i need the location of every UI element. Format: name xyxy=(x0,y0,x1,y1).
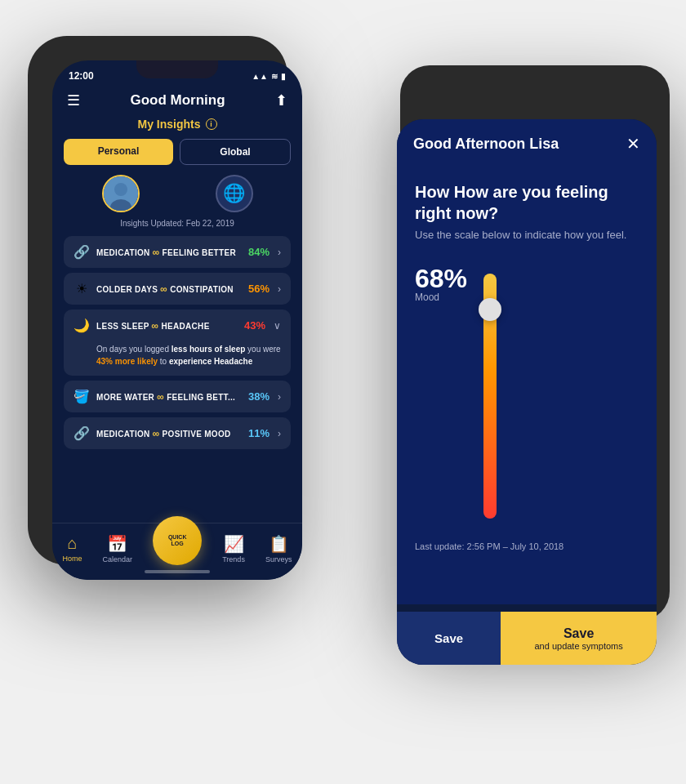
home-icon: ⌂ xyxy=(67,534,77,553)
insights-title: My Insights i xyxy=(64,118,291,131)
surveys-label: Surveys xyxy=(265,555,292,564)
insight-card-positive[interactable]: 🔗 MEDICATION ∞ POSITIVE MOOD 11% › xyxy=(64,417,291,449)
insight-card-sleep[interactable]: 🌙 LESS SLEEP ∞ HEADACHE 43% ∨ On days yo… xyxy=(64,310,291,376)
insight-detail-sleep: On days you logged less hours of sleep y… xyxy=(74,343,281,368)
insight-label-5: MEDICATION ∞ POSITIVE MOOD xyxy=(96,428,242,439)
phone1-status-icons: ▲▲ ≋ ▮ xyxy=(252,72,286,81)
save-button[interactable]: Save xyxy=(397,612,501,665)
signal-icon: ▲▲ xyxy=(252,72,268,81)
personal-avatar[interactable] xyxy=(102,175,140,212)
insight-pct-4: 38% xyxy=(248,390,270,403)
pct-label: Mood xyxy=(415,292,467,303)
insights-section: My Insights i Personal Global xyxy=(52,118,302,449)
global-tab[interactable]: Global xyxy=(180,139,291,165)
insight-card-medication[interactable]: 🔗 MEDICATION ∞ FEELING BETTER 84% › xyxy=(64,236,291,268)
avatars-row: 🌐 xyxy=(64,175,291,212)
thermometer-track xyxy=(483,274,497,519)
medication-icon: 🔗 xyxy=(74,244,90,260)
trends-label: Trends xyxy=(222,555,245,564)
phone2-shell: Good Afternoon Lisa ✕ How How are you fe… xyxy=(400,65,670,621)
home-label: Home xyxy=(63,555,82,563)
calendar-icon: 📅 xyxy=(107,534,127,554)
chevron-down-icon-3: ∨ xyxy=(274,320,281,332)
save-update-sub: and update symptoms xyxy=(534,641,622,651)
phone2-title: Good Afternoon Lisa xyxy=(413,136,559,153)
save-label: Save xyxy=(434,631,463,645)
calendar-label: Calendar xyxy=(103,555,133,564)
info-icon[interactable]: i xyxy=(206,118,217,130)
save-update-button[interactable]: Save and update symptoms xyxy=(501,612,657,665)
share-icon[interactable]: ⬆ xyxy=(275,91,287,109)
chevron-icon-1: › xyxy=(278,247,281,258)
home-indicator xyxy=(145,570,210,573)
phone1-notch xyxy=(136,60,218,78)
nav-calendar[interactable]: 📅 Calendar xyxy=(103,534,133,564)
chevron-icon-4: › xyxy=(278,391,281,403)
menu-icon[interactable]: ☰ xyxy=(67,91,80,109)
save-update-main: Save xyxy=(564,626,594,641)
nav-home[interactable]: ⌂ Home xyxy=(63,534,82,563)
insight-card-sleep-row: 🌙 LESS SLEEP ∞ HEADACHE 43% ∨ xyxy=(74,318,281,333)
pill-icon: 🔗 xyxy=(74,425,90,441)
thermometer-handle[interactable] xyxy=(479,298,501,321)
moon-icon: 🌙 xyxy=(74,318,90,333)
nav-surveys[interactable]: 📋 Surveys xyxy=(265,534,292,564)
phone1-shell: 12:00 ▲▲ ≋ ▮ ☰ Good Morning ⬆ My Insight… xyxy=(28,36,287,565)
water-icon: 🪣 xyxy=(74,389,90,404)
battery-icon: ▮ xyxy=(281,72,286,81)
pct-display: 68% Mood xyxy=(415,257,467,303)
chevron-icon-2: › xyxy=(278,283,281,295)
feeling-question: How How are you feeling right now? xyxy=(415,181,639,224)
insight-pct-1: 84% xyxy=(248,246,270,258)
trends-icon: 📈 xyxy=(224,534,244,554)
insight-label-4: MORE WATER ∞ FEELING BETT... xyxy=(96,391,242,403)
scene: 12:00 ▲▲ ≋ ▮ ☰ Good Morning ⬆ My Insight… xyxy=(8,16,678,768)
thermometer[interactable] xyxy=(483,257,497,535)
chevron-icon-5: › xyxy=(278,428,281,439)
nav-trends[interactable]: 📈 Trends xyxy=(222,534,245,564)
insight-pct-5: 11% xyxy=(248,427,270,439)
phone2-header: Good Afternoon Lisa ✕ xyxy=(397,119,657,165)
feeling-subtitle: Use the scale below to indicate how you … xyxy=(415,229,639,241)
scale-area: 68% Mood xyxy=(415,257,639,535)
insight-label-3: LESS SLEEP ∞ HEADACHE xyxy=(96,320,238,332)
sun-icon: ☀ xyxy=(74,281,90,296)
insight-card-colder[interactable]: ☀ COLDER DAYS ∞ CONSTIPATION 56% › xyxy=(64,273,291,305)
personal-tab[interactable]: Personal xyxy=(64,139,173,165)
insight-pct-3: 43% xyxy=(244,319,265,332)
pct-value: 68% xyxy=(415,265,467,292)
insight-label-1: MEDICATION ∞ FEELING BETTER xyxy=(96,247,242,258)
close-button[interactable]: ✕ xyxy=(626,134,640,154)
global-avatar[interactable]: 🌐 xyxy=(216,175,253,212)
avatar-image xyxy=(104,176,138,211)
nav-quicklog[interactable]: QUICKLOG xyxy=(153,532,202,565)
phone1-screen: 12:00 ▲▲ ≋ ▮ ☰ Good Morning ⬆ My Insight… xyxy=(52,60,302,580)
last-update: Last update: 2:56 PM – July 10, 2018 xyxy=(415,541,639,551)
surveys-icon: 📋 xyxy=(269,534,289,554)
phone2-bottom-bar: Save Save and update symptoms xyxy=(397,612,657,665)
phone2-screen: Good Afternoon Lisa ✕ How How are you fe… xyxy=(397,119,657,665)
app-header: ☰ Good Morning ⬆ xyxy=(52,85,302,118)
toggle-group: Personal Global xyxy=(64,139,291,165)
quicklog-button[interactable]: QUICKLOG xyxy=(153,516,202,565)
insight-card-water[interactable]: 🪣 MORE WATER ∞ FEELING BETT... 38% › xyxy=(64,381,291,412)
insight-pct-2: 56% xyxy=(248,283,270,295)
svg-point-1 xyxy=(114,183,127,196)
phone2-content: How How are you feeling right now? Use t… xyxy=(397,165,657,604)
page-title: Good Morning xyxy=(130,92,225,109)
insights-updated: Insights Updated: Feb 22, 2019 xyxy=(64,219,291,228)
wifi-icon: ≋ xyxy=(271,72,278,81)
insight-label-2: COLDER DAYS ∞ CONSTIPATION xyxy=(96,283,242,295)
globe-icon: 🌐 xyxy=(223,183,245,204)
phone1-time: 12:00 xyxy=(69,70,94,82)
quicklog-label: QUICKLOG xyxy=(168,534,187,546)
